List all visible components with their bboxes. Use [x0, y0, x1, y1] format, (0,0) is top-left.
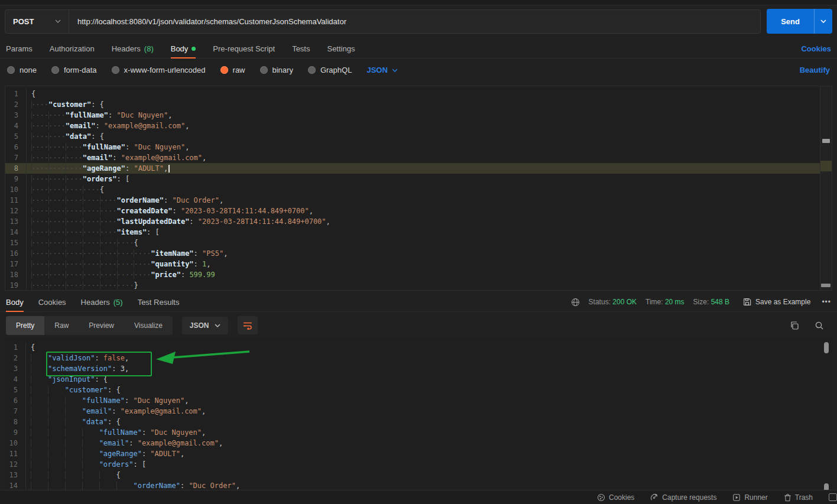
- view-pretty[interactable]: Pretty: [6, 316, 44, 335]
- response-language-select[interactable]: JSON: [182, 317, 228, 334]
- body-mode-row: none form-data x-www-form-urlencoded raw…: [0, 58, 837, 82]
- globe-icon[interactable]: [571, 298, 580, 307]
- trash-icon: [784, 493, 791, 502]
- footer-trash-button[interactable]: Trash: [784, 493, 813, 502]
- send-split-button: Send: [767, 9, 832, 34]
- radio-icon: [260, 66, 268, 74]
- code-line: 10 "email": "example@gmail.com",: [5, 438, 832, 448]
- footer-capture-requests-button[interactable]: Capture requests: [650, 493, 716, 502]
- code-line: 2 "validJson": false,: [5, 353, 832, 363]
- tab-tests[interactable]: Tests: [292, 39, 310, 58]
- code-line: 14····················"items": [: [5, 227, 832, 238]
- mode-x-www-form-urlencoded[interactable]: x-www-form-urlencoded: [112, 66, 206, 74]
- response-tabs: Body Cookies Headers(5) Test Results Sta…: [0, 292, 837, 312]
- response-body-viewer[interactable]: 1{2 "validJson": false,3 "schemaVersion"…: [5, 339, 832, 494]
- send-options-button[interactable]: [814, 9, 832, 34]
- code-line: 8 "data": {: [5, 417, 832, 427]
- wrap-lines-button[interactable]: [238, 316, 258, 334]
- code-line: 17····························"quantity"…: [5, 259, 832, 269]
- response-code: 1{2 "validJson": false,3 "schemaVersion"…: [5, 342, 832, 491]
- response-view-switch: Pretty Raw Preview Visualize: [6, 316, 173, 335]
- tab-pre-request-script[interactable]: Pre-request Script: [213, 39, 275, 58]
- tab-params[interactable]: Params: [6, 39, 33, 58]
- code-line: 15························{: [5, 238, 832, 248]
- code-line: 13 {: [5, 470, 832, 480]
- mode-graphql[interactable]: GraphQL: [308, 66, 352, 74]
- request-body-editor[interactable]: 1{2····"customer": {3········"fullName":…: [5, 86, 832, 291]
- code-line: 6············"fullName": "Duc Nguyen",: [5, 142, 832, 152]
- chevron-down-icon: [215, 324, 220, 327]
- tab-headers[interactable]: Headers(8): [112, 39, 154, 58]
- scrollbar-thumb[interactable]: [824, 342, 829, 353]
- cookies-link[interactable]: Cookies: [801, 44, 831, 53]
- footer-runner-button[interactable]: Runner: [732, 493, 767, 502]
- code-line: 2····"customer": {: [5, 99, 832, 110]
- time-label: Time: 20 ms: [645, 298, 684, 306]
- tab-authorization[interactable]: Authorization: [50, 39, 95, 58]
- code-line: 9 "fullName": "Duc Nguyen",: [5, 427, 832, 438]
- request-code: 1{2····"customer": {3········"fullName":…: [5, 89, 832, 291]
- code-line: 11····················"orderName": "Duc …: [5, 195, 832, 206]
- view-preview[interactable]: Preview: [79, 316, 124, 335]
- runner-icon: [732, 493, 741, 502]
- view-visualize[interactable]: Visualize: [124, 316, 173, 335]
- size-label: Size: 548 B: [693, 298, 729, 306]
- save-icon: [743, 298, 751, 306]
- capture-icon: [650, 493, 658, 502]
- active-line-marker: [820, 161, 832, 171]
- tab-settings[interactable]: Settings: [327, 39, 355, 58]
- code-line: 1{: [5, 89, 832, 99]
- more-options-button[interactable]: •••: [822, 298, 831, 306]
- method-label: POST: [13, 17, 34, 26]
- cookie-icon: [597, 493, 605, 502]
- method-select[interactable]: POST: [5, 10, 69, 33]
- tab-body[interactable]: Body: [171, 39, 196, 58]
- radio-icon: [51, 66, 59, 74]
- chevron-down-icon: [820, 19, 826, 23]
- url-input[interactable]: [69, 10, 760, 33]
- mode-raw[interactable]: raw: [220, 66, 245, 74]
- radio-icon: [308, 66, 316, 74]
- chevron-down-icon: [55, 19, 61, 23]
- code-line: 3········"fullName": "Duc Nguyen",: [5, 110, 832, 121]
- footer-cookies-button[interactable]: Cookies: [597, 493, 634, 502]
- code-line: 3 "schemaVersion": 3,: [5, 363, 832, 374]
- chevron-down-icon: [392, 69, 398, 72]
- response-tab-cookies[interactable]: Cookies: [38, 292, 66, 311]
- code-line: 6 "fullName": "Duc Nguyen",: [5, 395, 832, 406]
- scrollbar-thumb[interactable]: [822, 139, 830, 143]
- search-icon[interactable]: [815, 321, 824, 330]
- mode-none[interactable]: none: [7, 66, 37, 74]
- beautify-link[interactable]: Beautify: [800, 66, 830, 74]
- scrollbar-thumb[interactable]: [821, 284, 830, 287]
- code-line: 13····················"lastUpdatedDate":…: [5, 216, 832, 227]
- overview-ruler: [820, 86, 832, 290]
- request-language-select[interactable]: JSON: [366, 66, 397, 74]
- code-line: 18····························"price": 5…: [5, 269, 832, 280]
- code-line: 8············"ageRange": "ADULT",: [5, 163, 832, 174]
- console-icon[interactable]: [829, 493, 837, 501]
- mode-form-data[interactable]: form-data: [51, 66, 97, 74]
- radio-icon: [7, 66, 15, 74]
- body-has-content-dot: [192, 47, 196, 51]
- response-tab-body[interactable]: Body: [6, 292, 24, 311]
- request-url-bar: POST Send: [0, 5, 837, 39]
- code-line: 9············"orders": [: [5, 174, 832, 184]
- response-tab-test-results[interactable]: Test Results: [138, 292, 180, 311]
- copy-icon[interactable]: [790, 321, 799, 330]
- code-line: 7············"email": "example@gmail.com…: [5, 152, 832, 163]
- code-line: 4········"email": "example@gmail.com",: [5, 121, 832, 131]
- response-toolbar: Pretty Raw Preview Visualize JSON: [0, 312, 837, 339]
- response-meta: Status: 200 OK Time: 20 ms Size: 548 B S…: [571, 298, 831, 307]
- code-line: 1{: [5, 342, 832, 353]
- response-tab-headers[interactable]: Headers(5): [81, 292, 123, 311]
- view-raw[interactable]: Raw: [44, 316, 79, 335]
- text-cursor: [168, 165, 170, 173]
- code-line: 16····························"itemName"…: [5, 248, 832, 259]
- code-line: 4 "jsonInput": {: [5, 374, 832, 385]
- mode-binary[interactable]: binary: [260, 66, 293, 74]
- send-button[interactable]: Send: [767, 9, 814, 34]
- response-headers-count: (5): [113, 298, 123, 307]
- radio-icon: [112, 66, 119, 74]
- save-as-example-button[interactable]: Save as Example: [743, 298, 810, 306]
